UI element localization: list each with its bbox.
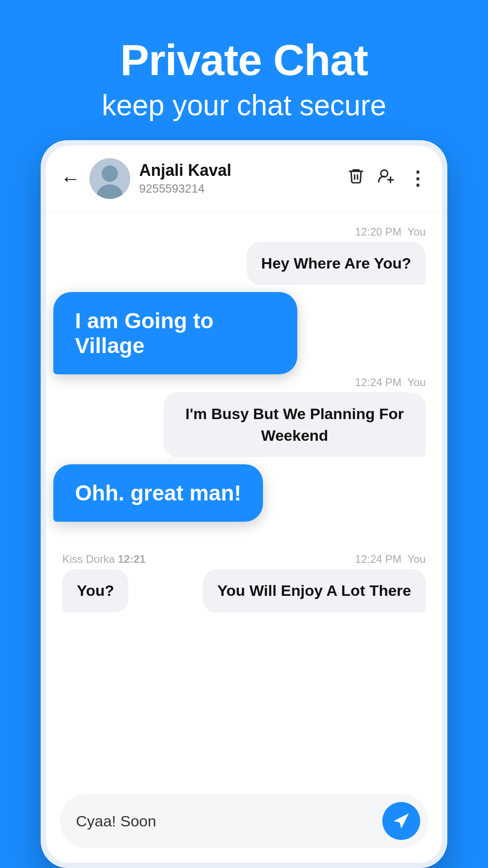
message-input[interactable] xyxy=(76,812,375,830)
message-meta: Kiss Dorka 12:21 xyxy=(62,553,145,566)
chat-input-area xyxy=(46,785,442,863)
overflow-message-1: I am Going to Village xyxy=(62,292,426,369)
message-bubble: You? xyxy=(62,569,128,613)
chat-screen: ← Anjali Kaval 9255593214 xyxy=(46,146,442,863)
message-time: 12:21 xyxy=(118,553,145,565)
overflow-message-2: Ohh. great man! xyxy=(62,464,426,541)
message-meta: 12:24 PM You xyxy=(355,553,426,566)
app-header: Private Chat keep your chat secure xyxy=(75,0,413,140)
more-options-button[interactable]: ⋮ xyxy=(408,167,427,189)
message-sender: You xyxy=(408,226,426,238)
message-bubble: I'm Busy But We Planning For Weekend xyxy=(164,392,426,457)
message-row: 12:20 PM You Hey Where Are You? xyxy=(62,226,426,285)
header-title: Private Chat xyxy=(102,36,386,84)
delete-button[interactable] xyxy=(347,167,365,190)
chat-body: 12:20 PM You Hey Where Are You? I am Goi… xyxy=(46,212,442,785)
add-contact-button[interactable] xyxy=(377,168,395,189)
message-meta: 12:24 PM You xyxy=(355,376,426,389)
message-time: 12:24 PM xyxy=(355,553,402,565)
message-bubble: You Will Enjoy A Lot There xyxy=(203,569,426,613)
avatar xyxy=(89,158,130,199)
phone-frame: ← Anjali Kaval 9255593214 xyxy=(41,140,447,868)
send-button[interactable] xyxy=(382,802,420,840)
message-meta: 12:20 PM You xyxy=(355,226,426,238)
message-bubble: Hey Where Are You? xyxy=(247,242,426,285)
phone-mockup: ← Anjali Kaval 9255593214 xyxy=(41,140,447,868)
message-time: 12:20 PM xyxy=(355,226,402,238)
chat-input-row xyxy=(60,794,428,848)
back-button[interactable]: ← xyxy=(61,167,80,190)
message-sender: You xyxy=(408,376,426,388)
svg-point-1 xyxy=(102,165,118,182)
message-sender: You xyxy=(408,553,426,565)
overflow-bubble-1: I am Going to Village xyxy=(53,292,297,374)
bottom-messages: Kiss Dorka 12:21 You? 12:24 PM You You W… xyxy=(62,553,426,613)
message-row: 12:24 PM You I'm Busy But We Planning Fo… xyxy=(62,376,426,457)
sender-name: Kiss Dorka xyxy=(62,553,115,565)
contact-name: Anjali Kaval xyxy=(139,161,338,180)
contact-info: Anjali Kaval 9255593214 xyxy=(139,161,338,196)
chat-header: ← Anjali Kaval 9255593214 xyxy=(46,146,442,212)
header-subtitle: keep your chat secure xyxy=(102,89,386,122)
message-time: 12:24 PM xyxy=(355,376,402,388)
overflow-bubble-2: Ohh. great man! xyxy=(53,464,263,522)
header-actions: ⋮ xyxy=(347,167,427,190)
message-row: Kiss Dorka 12:21 You? xyxy=(62,553,145,613)
contact-phone: 9255593214 xyxy=(139,182,338,196)
message-row: 12:24 PM You You Will Enjoy A Lot There xyxy=(155,553,426,613)
